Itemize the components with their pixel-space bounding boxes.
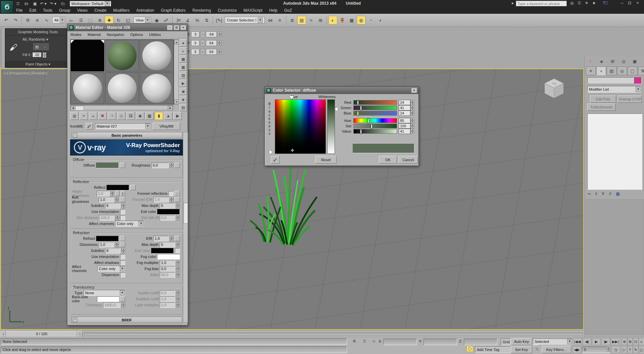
fresnel-ior-field[interactable]: 1,6 <box>153 197 169 203</box>
zoom-extents-all-icon[interactable]: ⧈ <box>639 338 644 345</box>
reflect-map-button[interactable] <box>130 185 136 190</box>
key-step-toggle-icon[interactable]: ◀▶ <box>573 346 581 353</box>
add-time-tag[interactable]: Add Time Tag <box>475 346 512 353</box>
ribbon-tab-graphite[interactable]: Graphite Modeling Tools <box>5 29 71 36</box>
material-slot[interactable] <box>140 40 174 72</box>
menu-file[interactable]: File <box>13 7 26 13</box>
pick-material-eyedropper-icon[interactable]: 🖉 <box>86 123 93 130</box>
spinner[interactable]: ▲▼ <box>410 100 414 105</box>
time-slider-handle[interactable]: 0 / 100 <box>6 331 77 337</box>
undo-scene-icon[interactable]: ↶ <box>2 16 10 25</box>
y-coordinate-field[interactable] <box>424 339 457 345</box>
sat-slider[interactable] <box>353 124 397 128</box>
max-z-field[interactable]: 64 <box>206 49 217 55</box>
material-slot[interactable] <box>140 72 174 104</box>
spinner[interactable]: ▲▼ <box>410 118 414 123</box>
exit-color-swatch[interactable] <box>151 248 174 254</box>
blackness-marker-icon[interactable] <box>269 150 273 154</box>
undo-icon[interactable]: ↶ ▾ <box>40 1 47 6</box>
spinner[interactable]: ▲▼ <box>170 163 174 168</box>
material-options-icon[interactable]: ◙ <box>180 88 187 95</box>
absolute-offset-toggle-icon[interactable]: ⊹ <box>370 338 377 344</box>
green-slider[interactable] <box>353 105 397 110</box>
minimize-window-icon[interactable]: ─ <box>619 1 625 5</box>
fog-multiplier-field[interactable]: 1,0 <box>160 260 175 266</box>
search-input[interactable] <box>516 1 567 6</box>
ok-button[interactable]: OK <box>379 156 397 164</box>
graphite-ribbon-toggle-icon[interactable]: ▤ <box>297 16 306 25</box>
configure-modifier-sets-icon[interactable]: ▦ <box>616 191 620 196</box>
x-coordinate-field[interactable] <box>383 339 417 345</box>
make-unique-icon[interactable]: ∀ <box>602 191 604 196</box>
color-eyedropper-icon[interactable]: 🖉 <box>271 156 280 164</box>
blue-value-field[interactable]: 24 <box>399 110 410 116</box>
fwd-bck-coeff-field[interactable]: 1,0 <box>160 296 175 302</box>
spinner[interactable]: ▲▼ <box>115 242 119 247</box>
render-production-icon[interactable]: ◍ <box>357 16 365 25</box>
hue-marker-icon[interactable] <box>289 96 294 99</box>
save-file-icon[interactable]: ▣ <box>32 1 38 6</box>
me-menu-modes[interactable]: Modes <box>67 33 85 37</box>
spinner[interactable]: ▲▼ <box>410 123 414 129</box>
parameters-scrollbar[interactable] <box>183 132 188 322</box>
material-editor-titlebar[interactable]: Ϭ Material Editor - Material #26 ─⊡× <box>67 24 188 31</box>
menu-rendering[interactable]: Rendering <box>189 7 214 13</box>
diffuse-color-swatch[interactable] <box>96 163 119 168</box>
menu-customize[interactable]: Customize <box>214 7 240 13</box>
menu-animation[interactable]: Animation <box>133 7 157 13</box>
object-color-swatch[interactable] <box>634 77 642 84</box>
flyout-left-icon[interactable]: ‹ <box>200 40 205 46</box>
background-icon[interactable]: ▩ <box>180 55 187 63</box>
make-preview-icon[interactable]: ▶ <box>180 80 187 87</box>
selection-lock-icon[interactable]: ⚿ <box>361 338 368 344</box>
slider-marker[interactable] <box>357 111 359 116</box>
time-configuration-icon[interactable]: ◷ <box>611 346 620 353</box>
dim-distance-checkbox[interactable] <box>120 215 125 220</box>
affect-channels-dropdown[interactable]: Color only▼ <box>97 266 125 272</box>
viewcube[interactable]: Top <box>542 76 566 100</box>
show-end-result-icon[interactable]: ▮ <box>155 112 163 120</box>
abbe-field[interactable]: 50,0 <box>160 272 175 278</box>
turbosmooth-button[interactable]: TurboSmooth <box>587 103 615 111</box>
dim-falloff-field[interactable]: 0,0 <box>160 215 175 221</box>
map-button[interactable] <box>120 296 125 302</box>
slider-marker[interactable] <box>357 100 359 105</box>
sample-type-icon[interactable]: ● <box>180 39 187 47</box>
map-button[interactable] <box>120 236 125 241</box>
favorites-star-icon[interactable]: ★ <box>591 1 597 5</box>
menu-goz[interactable]: GoZ <box>281 7 295 13</box>
color-selector-dialog[interactable]: Ϭ Color Selector: diffuse × Hue Whitenes… <box>264 86 419 166</box>
roughness-map-button[interactable] <box>175 163 180 168</box>
material-map-navigator-icon[interactable]: ▤ <box>180 104 187 111</box>
scroll-thumb[interactable] <box>75 106 84 110</box>
tab-create[interactable]: ☀ <box>586 67 596 75</box>
maximize-icon[interactable]: ⊡ <box>174 25 180 30</box>
edit-poly-button[interactable]: Edit Poly <box>590 95 616 103</box>
rendered-frame-window-icon[interactable]: ▦ <box>347 16 356 25</box>
material-id-channel-icon[interactable]: ◙ <box>136 112 144 120</box>
material-type-button[interactable]: VRayMtl <box>153 123 180 130</box>
roughness-field[interactable]: 0,0 <box>151 163 169 168</box>
restore-window-icon[interactable]: ⊡ <box>627 1 633 5</box>
mirror-icon[interactable]: ⋈ <box>266 16 275 25</box>
redo-scene-icon[interactable]: ↷ <box>11 16 20 25</box>
menu-group[interactable]: Group <box>56 7 73 13</box>
named-selection-set-dropdown[interactable]: Create Selection Se▼ <box>225 17 265 24</box>
search-flyout-arrow-icon[interactable]: ▸ <box>510 1 516 5</box>
dim-distance-field[interactable]: 100,0 <box>99 215 114 221</box>
edit-named-selections-icon[interactable]: {✎} <box>215 16 224 25</box>
material-name-dropdown[interactable]: Material #27▼ <box>95 123 151 129</box>
reset-map-icon[interactable]: ✖ <box>98 112 107 120</box>
close-icon[interactable]: × <box>411 88 417 93</box>
search-binoculars-icon[interactable]: ◎ <box>569 1 575 5</box>
pin-stack-icon[interactable]: ⊸ <box>587 191 591 196</box>
get-material-icon[interactable]: ◍ <box>70 112 79 120</box>
tab-utilities[interactable]: ⚒ <box>638 67 644 75</box>
affect-channels-dropdown[interactable]: Color only▼ <box>115 221 144 227</box>
modifier-list-dropdown[interactable]: Modifier List▼ <box>587 86 641 93</box>
spinner[interactable]: ▲▼ <box>121 203 125 208</box>
spinner[interactable]: ▲▼ <box>170 197 174 202</box>
spinner[interactable]: ▲▼ <box>121 302 125 308</box>
menu-graph-editors[interactable]: Graph Editors <box>157 7 189 13</box>
map-button[interactable] <box>175 236 180 241</box>
